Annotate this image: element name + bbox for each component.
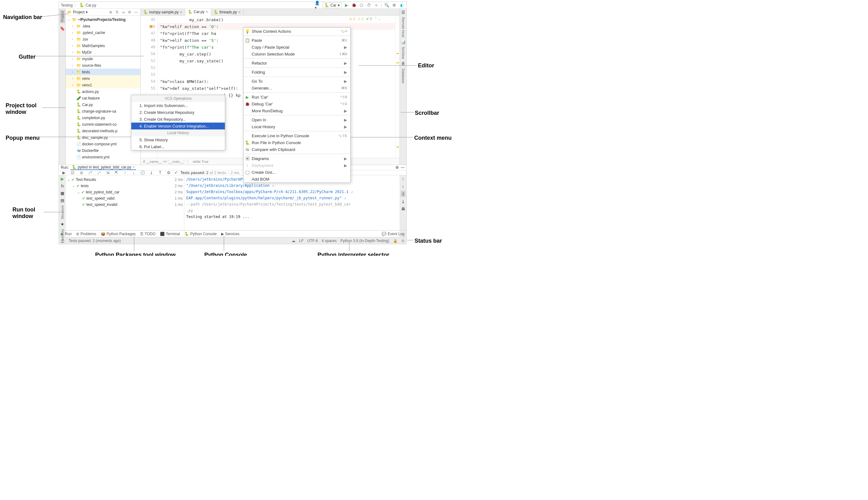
gear-icon[interactable]: ⚙ — [128, 10, 133, 14]
tree-item[interactable]: 🐍disc_sample.py — [66, 134, 140, 141]
tree-item[interactable]: 🐳Dockerfile — [66, 147, 140, 154]
tree-item[interactable]: 🥒car.feature — [66, 95, 140, 101]
tree-item[interactable]: ›📁venv1 — [66, 82, 140, 88]
test-result-row[interactable]: ⌄✔test_pytest_bdd_car2 ms — [67, 189, 183, 195]
python-packages-button[interactable]: 📦Python Packages — [101, 232, 136, 236]
stop-icon[interactable]: ■ — [374, 2, 379, 8]
debug-icon[interactable]: 🐞 — [351, 2, 357, 8]
jetbrains-icon[interactable]: ◐ — [399, 2, 404, 8]
context-menu-item[interactable]: 💡Show Context Actions⌥⏎ — [243, 28, 350, 35]
tree-item[interactable]: ›📁mysite — [66, 56, 140, 62]
favorites-icon[interactable]: ★ — [60, 222, 64, 226]
encoding[interactable]: UTF-8 — [307, 239, 318, 243]
breadcrumb-file[interactable]: Car.py — [85, 3, 96, 8]
editor-tab[interactable]: 🐍numpy-sample.py× — [141, 9, 185, 15]
tree-item[interactable]: ›📁.pytest_cache — [66, 29, 140, 36]
context-menu-item[interactable]: Refactor▶ — [243, 59, 350, 66]
context-menu-item[interactable]: ↹Compare with Clipboard — [243, 146, 350, 153]
run-configuration-selector[interactable]: 🐍 Car ▾ — [322, 2, 342, 8]
select-file-icon[interactable]: ⊕ — [109, 10, 114, 14]
context-menu-item[interactable]: Open In▶ — [243, 116, 350, 123]
remote-host-button[interactable]: Remote Host — [401, 17, 405, 37]
toggle-icon[interactable]: ↻ — [61, 184, 64, 189]
project-header-title[interactable]: Project ▾ — [73, 10, 108, 14]
context-menu-item[interactable]: 🐞Debug 'Car'^⇧D — [243, 100, 350, 107]
expand-icon[interactable]: ⇅ — [115, 10, 121, 14]
terminal-button[interactable]: ⬛Terminal — [160, 232, 180, 236]
tree-item[interactable]: ›📁venv — [66, 75, 140, 82]
popup-item[interactable]: 4. Enable Version Control Integration... — [131, 123, 225, 129]
user-icon[interactable]: 👤▾ — [315, 2, 320, 8]
indent[interactable]: 4 spaces — [322, 239, 336, 243]
sort2-icon[interactable]: ↓ᶻ — [96, 170, 102, 175]
gear-icon[interactable]: ⚙ — [396, 165, 399, 170]
context-menu-item[interactable]: ▶Run 'Car'^⇧R — [243, 93, 350, 100]
favorites-button[interactable]: Favorites — [60, 229, 64, 243]
tree-item[interactable]: 🐍decorated-methods.p — [66, 127, 140, 134]
up-icon[interactable]: ↑ — [402, 177, 404, 181]
settings-icon[interactable]: ⚙ — [165, 170, 172, 175]
tree-item[interactable]: 🐍change-signature-sa — [66, 108, 140, 114]
collapse-icon[interactable]: ⫘ — [122, 10, 127, 14]
wrap-icon[interactable]: ⤸ — [401, 191, 406, 197]
project-tool-button[interactable]: Project — [60, 10, 65, 23]
popup-item[interactable]: 3. Create Git Repository... — [131, 116, 225, 123]
editor-tab[interactable]: 🐍threads.py× — [211, 9, 243, 15]
bookmarks-icon[interactable]: 🔖 — [60, 26, 65, 31]
toggle-auto-icon[interactable]: ☑ — [70, 170, 76, 175]
breadcrumb-project[interactable]: Testing — [61, 3, 73, 8]
hide-icon[interactable]: — — [401, 165, 404, 170]
popup-item[interactable]: 6. Put Label... — [131, 143, 225, 150]
tree-item[interactable]: 📄docker-compose.yml — [66, 141, 140, 147]
search-icon[interactable]: 🔍 — [384, 2, 390, 8]
expand-icon[interactable]: ⇲ — [104, 170, 111, 175]
inspections-widget[interactable]: ⚠ 2 ⚠ 2 ✔ 3 ⌃ ⌄ — [349, 17, 381, 21]
test-result-row[interactable]: ⌄✔tests2 ms — [67, 183, 183, 189]
run-tab[interactable]: 🐍 pytest in test_pytest_bdd_car.py × — [70, 165, 136, 170]
close-icon[interactable]: × — [180, 10, 182, 15]
context-menu-item[interactable]: Go To▶ — [243, 78, 350, 84]
close-icon[interactable]: × — [238, 10, 241, 15]
context-menu-item[interactable]: ◯Create Gist... — [243, 169, 350, 175]
profile-icon[interactable]: ⏱ — [366, 2, 372, 8]
remote-host-icon[interactable]: ☰ — [401, 10, 405, 15]
structure-button[interactable]: Structure — [60, 205, 64, 219]
import-icon[interactable]: ⤓ — [148, 170, 155, 175]
tree-item[interactable]: ›📁.tox — [66, 36, 140, 43]
popup-item[interactable]: 2. Create Mercurial Repository — [131, 109, 225, 116]
git-icon[interactable]: ☁ — [292, 239, 295, 243]
context-menu-item[interactable]: Generate...⌘N — [243, 84, 350, 91]
popup-item[interactable]: 1. Import into Subversion... — [131, 102, 225, 109]
tree-item[interactable]: 🐍actions.py — [66, 88, 140, 95]
scroll-icon[interactable]: ⤓ — [401, 199, 405, 204]
editor-tab[interactable]: 🐍Car.py× — [185, 9, 211, 15]
collapse-icon[interactable]: ⇱ — [113, 170, 119, 175]
problems-button[interactable]: ⊘Problems — [76, 232, 96, 236]
tree-root[interactable]: ⌄📁 ~/PycharmProjects/Testing — [66, 16, 140, 23]
run-icon[interactable]: ▶ — [344, 2, 349, 8]
history-icon[interactable]: 🕘 — [139, 170, 146, 175]
memory-icon[interactable]: ⊙ — [401, 239, 404, 243]
settings-icon[interactable]: ⚙ — [391, 2, 397, 8]
context-menu-item[interactable]: Add BOM — [243, 175, 350, 182]
test-result-row[interactable]: ⌄✔Test Results2 ms — [67, 177, 183, 183]
database-button[interactable]: Database — [401, 69, 405, 83]
context-menu-item[interactable]: 🞕Diagrams▶ — [243, 155, 350, 162]
project-tree[interactable]: ⌄📁 ~/PycharmProjects/Testing ›📁.idea›📁.p… — [66, 15, 140, 165]
hide-icon[interactable]: — — [134, 10, 139, 14]
tree-item[interactable]: 🐍current-statement-co — [66, 121, 140, 127]
down-icon[interactable]: ↓ — [131, 170, 137, 175]
context-menu-item[interactable]: Execute Line in Python Console⌥⇧E — [243, 132, 350, 139]
tree-item[interactable]: 🐍Car.py — [66, 101, 140, 108]
close-icon[interactable]: × — [206, 9, 208, 14]
tree-item[interactable]: 📄environment.yml — [66, 154, 140, 160]
rerun-failed-icon[interactable]: ▶ — [61, 177, 64, 181]
python-interpreter-selector[interactable]: Python 3.6 (In-Depth-Testing) — [340, 239, 389, 243]
context-menu-item[interactable]: 🐍Run File in Python Console — [243, 139, 350, 146]
context-menu-item[interactable]: Copy / Paste Special▶ — [243, 44, 350, 50]
vcs-popup-menu[interactable]: VCS Operations 1. Import into Subversion… — [131, 95, 225, 150]
services-button[interactable]: ▶Services — [221, 232, 240, 236]
close-icon[interactable]: × — [133, 165, 135, 169]
context-menu-item[interactable]: Column Selection Mode⇧⌘8 — [243, 50, 350, 57]
down-icon[interactable]: ↓ — [402, 184, 404, 189]
